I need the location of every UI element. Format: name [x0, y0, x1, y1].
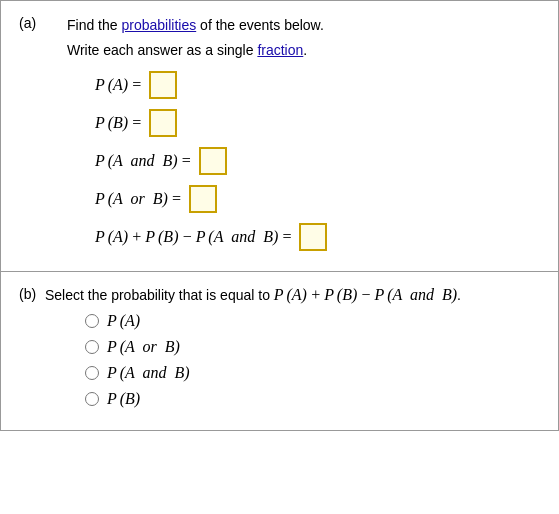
instruction-text-2: of the events below. — [200, 17, 324, 33]
instruction-line1: Find the probabilities of the events bel… — [67, 15, 540, 36]
part-b-content: Select the probability that is equal to … — [45, 286, 540, 416]
question-period: . — [457, 287, 461, 303]
option-porb[interactable]: P (A or B) — [85, 338, 540, 356]
option-porb-label: P (A or B) — [107, 338, 180, 356]
part-b-label: (b) — [19, 286, 39, 416]
row-pandb: P (A and B) = — [95, 147, 540, 175]
porb-label: P (A or B) = — [95, 190, 185, 208]
question-prefix: Select the probability that is equal to — [45, 287, 270, 303]
fraction-link[interactable]: fraction — [257, 42, 303, 58]
option-pandb-label: P (A and B) — [107, 364, 190, 382]
part-b-section: (b) Select the probability that is equal… — [1, 272, 558, 430]
part-a-content: Find the probabilities of the events bel… — [45, 15, 540, 261]
row-pb: P (B) = — [95, 109, 540, 137]
probabilities-link[interactable]: probabilities — [121, 17, 196, 33]
formula-label: P (A) + P (B) − P (A and B) = — [95, 228, 295, 246]
pb-input[interactable] — [149, 109, 177, 137]
porb-input[interactable] — [189, 185, 217, 213]
formula-input[interactable] — [299, 223, 327, 251]
pandb-label: P (A and B) = — [95, 152, 195, 170]
main-container: (a) Find the probabilities of the events… — [0, 0, 559, 431]
pa-input[interactable] — [149, 71, 177, 99]
instruction-line2: Write each answer as a single fraction. — [67, 40, 540, 61]
row-porb: P (A or B) = — [95, 185, 540, 213]
option-pa[interactable]: P (A) — [85, 312, 540, 330]
part-a-label: (a) — [19, 15, 39, 261]
instruction-text-3: Write each answer as a single — [67, 42, 254, 58]
row-pa: P (A) = — [95, 71, 540, 99]
radio-pandb[interactable] — [85, 366, 99, 380]
question-math: P (A) + P (B) − P (A and B) — [274, 286, 457, 303]
radio-pb[interactable] — [85, 392, 99, 406]
radio-porb[interactable] — [85, 340, 99, 354]
option-pb-label: P (B) — [107, 390, 140, 408]
radio-pa[interactable] — [85, 314, 99, 328]
instruction-text-1: Find the — [67, 17, 118, 33]
option-pa-label: P (A) — [107, 312, 140, 330]
pa-label: P (A) = — [95, 76, 145, 94]
part-b-question: Select the probability that is equal to … — [45, 286, 540, 304]
period: . — [303, 42, 307, 58]
pandb-input[interactable] — [199, 147, 227, 175]
pb-label: P (B) = — [95, 114, 145, 132]
option-pandb[interactable]: P (A and B) — [85, 364, 540, 382]
part-a-section: (a) Find the probabilities of the events… — [1, 1, 558, 272]
option-pb[interactable]: P (B) — [85, 390, 540, 408]
row-formula: P (A) + P (B) − P (A and B) = — [95, 223, 540, 251]
